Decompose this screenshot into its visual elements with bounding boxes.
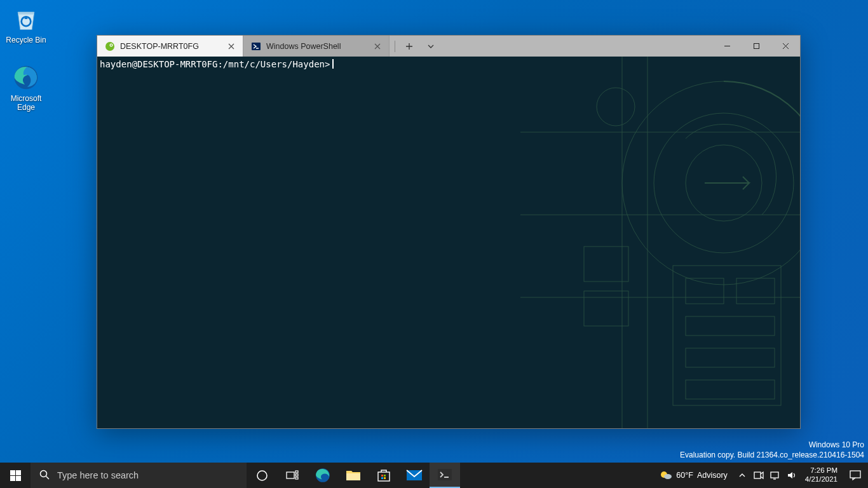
tab-label: Windows PowerShell (266, 42, 372, 51)
cortana-button[interactable] (247, 463, 277, 488)
start-button[interactable] (0, 463, 31, 488)
search-placeholder: Type here to search (57, 470, 139, 480)
taskbar-search-input[interactable]: Type here to search (31, 463, 247, 488)
maximize-button[interactable] (742, 36, 771, 57)
taskbar-terminal-icon[interactable] (430, 463, 460, 488)
recycle-bin-icon[interactable]: Recycle Bin (4, 4, 48, 44)
tab-opensuse[interactable]: DESKTOP-MRRT0FG (97, 36, 243, 57)
taskbar-store-icon[interactable] (369, 463, 399, 488)
svg-point-2 (105, 42, 114, 51)
svg-rect-49 (850, 471, 860, 478)
svg-rect-26 (10, 476, 15, 481)
tab-powershell[interactable]: Windows PowerShell (243, 36, 390, 57)
weather-cond: Advisory (697, 471, 728, 480)
tray-meet-now-icon[interactable] (750, 471, 767, 480)
svg-point-4 (111, 44, 112, 45)
profile-dropdown-button[interactable] (422, 39, 440, 54)
svg-rect-24 (10, 470, 15, 475)
cursor (332, 59, 334, 69)
desktop-watermark: Windows 10 Pro Evaluation copy. Build 21… (680, 440, 864, 460)
svg-point-30 (257, 471, 267, 480)
powershell-icon (251, 41, 261, 51)
svg-rect-25 (16, 470, 21, 475)
svg-rect-15 (686, 380, 775, 399)
taskbar-clock[interactable]: 7:26 PM 4/21/2021 (800, 466, 843, 484)
titlebar[interactable]: DESKTOP-MRRT0FG Windows PowerShell (97, 36, 800, 57)
svg-rect-14 (686, 348, 775, 367)
svg-rect-31 (287, 472, 294, 478)
clock-date: 4/21/2021 (805, 475, 837, 484)
clock-time: 7:26 PM (805, 466, 837, 475)
svg-rect-47 (771, 472, 778, 478)
task-view-button[interactable] (277, 463, 308, 488)
svg-rect-10 (673, 266, 781, 405)
taskbar: Type here to search 60°F Advisory (0, 463, 868, 488)
close-tab-icon[interactable] (372, 41, 383, 51)
svg-rect-34 (295, 477, 298, 479)
close-tab-icon[interactable] (226, 41, 236, 51)
svg-point-9 (686, 145, 762, 221)
action-center-button[interactable] (843, 470, 868, 480)
tray-volume-icon[interactable] (783, 471, 800, 480)
taskbar-file-explorer-icon[interactable] (338, 463, 369, 488)
svg-rect-22 (584, 247, 628, 281)
close-window-button[interactable] (771, 36, 800, 57)
svg-rect-12 (736, 278, 775, 304)
taskbar-weather[interactable]: 60°F Advisory (653, 469, 733, 482)
svg-rect-6 (754, 44, 759, 49)
svg-point-28 (41, 470, 47, 477)
svg-point-8 (654, 113, 794, 253)
taskbar-edge-icon[interactable] (308, 463, 338, 488)
microsoft-edge-icon[interactable]: Microsoft Edge (4, 62, 48, 112)
svg-rect-46 (754, 472, 761, 478)
tab-label: DESKTOP-MRRT0FG (120, 42, 226, 51)
svg-line-29 (46, 476, 50, 479)
svg-rect-43 (438, 469, 452, 480)
weather-temp: 60°F (676, 471, 693, 480)
minimize-button[interactable] (712, 36, 742, 57)
svg-rect-23 (584, 291, 628, 326)
desktop-icon-label: Microsoft Edge (4, 94, 48, 112)
svg-rect-32 (295, 471, 298, 473)
new-tab-button[interactable] (400, 39, 418, 54)
divider (395, 41, 395, 52)
tray-overflow-icon[interactable] (734, 471, 750, 480)
svg-point-21 (597, 88, 635, 126)
svg-point-45 (664, 474, 672, 479)
watermark-line1: Windows 10 Pro (680, 440, 864, 450)
svg-rect-11 (686, 278, 724, 304)
svg-point-7 (622, 81, 800, 285)
watermark-line2: Evaluation copy. Build 21364.co_release.… (680, 450, 864, 460)
svg-rect-13 (686, 316, 775, 336)
svg-rect-39 (384, 475, 386, 477)
svg-rect-40 (381, 477, 383, 479)
svg-rect-38 (381, 475, 383, 477)
taskbar-mail-icon[interactable] (399, 463, 430, 488)
svg-rect-36 (346, 473, 360, 480)
search-icon (39, 470, 50, 482)
svg-rect-33 (295, 474, 298, 476)
tray-network-icon[interactable] (767, 471, 783, 480)
desktop-icon-label: Recycle Bin (4, 36, 48, 44)
terminal-prompt: hayden@DESKTOP-MRRT0FG:/mnt/c/Users/Hayd… (100, 59, 330, 69)
opensuse-icon (105, 41, 115, 51)
svg-rect-41 (384, 477, 386, 479)
terminal-body[interactable]: hayden@DESKTOP-MRRT0FG:/mnt/c/Users/Hayd… (97, 57, 800, 428)
windows-terminal-window: DESKTOP-MRRT0FG Windows PowerShell (97, 35, 801, 429)
svg-rect-27 (16, 476, 21, 481)
